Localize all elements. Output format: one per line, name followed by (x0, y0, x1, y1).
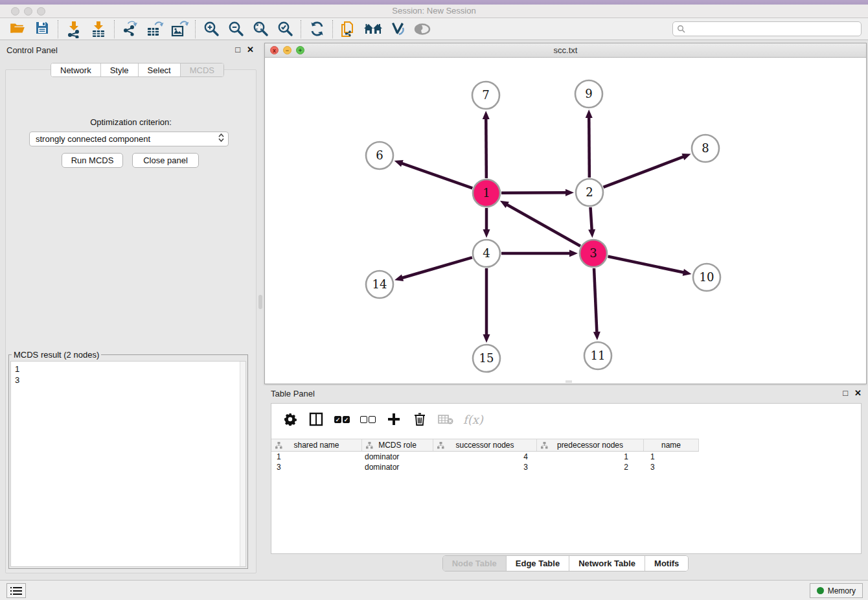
memory-button[interactable]: Memory (810, 583, 863, 598)
column-header-successor-nodes[interactable]: successor nodes (433, 439, 537, 451)
graph-edge-2-8[interactable] (604, 156, 685, 187)
table-rows[interactable]: 1dominator4113dominator323 (271, 452, 861, 553)
network-window-titlebar[interactable]: x − + scc.txt (265, 43, 866, 58)
table-cell[interactable]: 1 (644, 452, 699, 463)
graph-arrowhead (569, 250, 578, 257)
table-cell[interactable]: 2 (537, 463, 644, 473)
import-network-button[interactable] (62, 19, 86, 39)
search-field[interactable] (672, 21, 862, 36)
table-cell[interactable]: 1 (271, 452, 362, 463)
graph-edge-3-11[interactable] (594, 268, 597, 333)
main-toolbar (0, 18, 868, 40)
tab-select[interactable]: Select (139, 63, 181, 76)
table-cell[interactable]: dominator (362, 463, 433, 473)
duplicate-network-button[interactable] (336, 19, 361, 39)
graph-arrowhead (394, 160, 404, 167)
panel-divider-grip[interactable] (258, 295, 262, 309)
open-session-button[interactable] (5, 19, 30, 39)
control-panel: Control Panel □ ✕ Network Style Select M… (0, 40, 263, 580)
refresh-layout-button[interactable] (304, 19, 329, 39)
table-row[interactable]: 1dominator411 (271, 452, 861, 463)
show-columns-button[interactable] (308, 411, 325, 428)
zoom-out-button[interactable] (223, 19, 248, 39)
tab-style[interactable]: Style (101, 63, 139, 76)
select-all-button[interactable]: ✓✓ (334, 411, 350, 428)
mcds-result-title: MCDS result (2 nodes) (12, 350, 101, 360)
mcds-result-text: 1 3 (11, 362, 246, 387)
table-panel-tabbar: Node Table Edge Table Network Table Moti… (264, 555, 867, 571)
table-cell[interactable]: dominator (362, 452, 433, 463)
add-button[interactable] (385, 411, 402, 428)
table-panel-close-icon[interactable]: ✕ (854, 388, 862, 398)
mcds-result-textarea[interactable]: 1 3 (10, 361, 246, 567)
table-cell[interactable]: 3 (433, 463, 537, 473)
task-history-button[interactable] (6, 583, 26, 598)
run-mcds-button[interactable]: Run MCDS (62, 153, 123, 168)
export-network-button[interactable] (118, 19, 143, 39)
zoom-in-button[interactable] (199, 19, 223, 39)
tab-motifs[interactable]: Motifs (645, 556, 688, 571)
column-header-name[interactable]: name (644, 439, 699, 451)
network-graph[interactable]: 7968124314101511 (265, 58, 866, 384)
toolbar-separator (301, 20, 301, 38)
open-folder-icon (9, 19, 26, 39)
criterion-select[interactable]: strongly connected component (29, 132, 229, 146)
graph-edge-1-6[interactable] (401, 163, 472, 189)
tab-network[interactable]: Network (51, 63, 101, 76)
refresh-icon (308, 20, 326, 38)
zoom-in-icon (203, 20, 220, 38)
export-image-button[interactable] (167, 19, 192, 39)
table-cell[interactable]: 3 (271, 463, 362, 473)
tab-node-table[interactable]: Node Table (443, 556, 507, 571)
criterion-value: strongly connected component (36, 134, 150, 144)
column-type-icon (366, 442, 373, 449)
table-settings-button[interactable] (282, 411, 299, 428)
export-table-button[interactable] (143, 19, 167, 39)
memory-label: Memory (828, 586, 856, 595)
column-header-shared-name[interactable]: shared name (271, 439, 362, 451)
column-header-predecessor-nodes[interactable]: predecessor nodes (537, 439, 644, 451)
network-canvas[interactable]: 7968124314101511 (265, 58, 866, 384)
result-scrollbar[interactable] (240, 362, 246, 566)
column-header-mcds-role[interactable]: MCDS role (362, 439, 433, 451)
graph-node-label: 15 (479, 351, 494, 365)
table-row[interactable]: 3dominator323 (271, 463, 861, 473)
graph-edge-3-1[interactable] (506, 204, 580, 246)
search-input[interactable] (686, 25, 857, 34)
import-table-button[interactable] (86, 19, 111, 39)
graph-edge-2-3[interactable] (590, 207, 591, 231)
table-panel-float-icon[interactable]: □ (843, 388, 848, 398)
close-panel-button[interactable]: Close panel (132, 153, 199, 168)
show-hide-button[interactable] (410, 19, 435, 39)
apply-style-button[interactable] (385, 19, 410, 39)
graph-edge-4-14[interactable] (402, 257, 472, 278)
zoom-fit-button[interactable] (248, 19, 273, 39)
tab-edge-table[interactable]: Edge Table (507, 556, 569, 571)
graph-node-label: 3 (589, 246, 597, 260)
save-session-button[interactable] (30, 19, 54, 39)
zoom-selected-button[interactable] (273, 19, 297, 39)
graph-node-label: 14 (372, 277, 387, 291)
control-panel-float-icon[interactable]: □ (235, 45, 240, 54)
graph-node-label: 4 (483, 246, 490, 260)
list-icon (10, 586, 22, 595)
table-cell[interactable]: 1 (537, 452, 644, 463)
trash-icon (413, 412, 426, 426)
node-table-container: ✓✓ (271, 403, 862, 554)
graph-edge-3-10[interactable] (608, 257, 685, 273)
graph-edge-2-9[interactable] (589, 117, 589, 178)
graph-edge-1-2[interactable] (501, 192, 567, 193)
control-panel-close-icon[interactable]: ✕ (247, 45, 254, 54)
table-cell[interactable]: 3 (644, 463, 699, 473)
import-table-icon (89, 20, 108, 38)
deselect-all-button[interactable] (360, 411, 376, 428)
graph-arrowhead (681, 154, 691, 160)
toolbar-separator (332, 20, 333, 38)
graph-arrowhead (588, 229, 595, 238)
home-layout-button[interactable] (361, 19, 385, 39)
tab-mcds[interactable]: MCDS (181, 63, 223, 76)
tab-network-table[interactable]: Network Table (569, 556, 645, 571)
graph-edge-1-7[interactable] (486, 118, 486, 178)
table-cell[interactable]: 4 (433, 452, 537, 463)
delete-button[interactable] (411, 411, 428, 428)
